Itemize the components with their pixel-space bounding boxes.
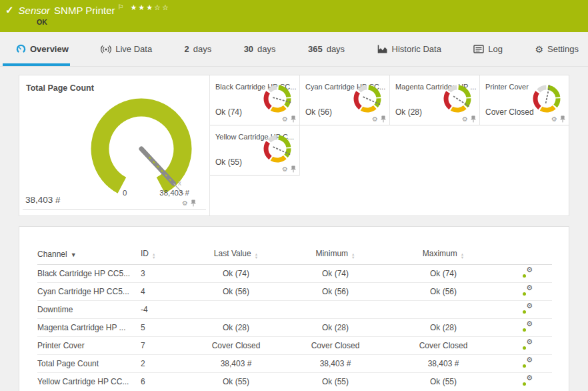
ok-check-icon: ✓	[5, 4, 14, 16]
tab-label: Settings	[547, 44, 579, 54]
tab-settings[interactable]: ⚙ Settings	[535, 32, 579, 66]
channel-link[interactable]: Downtime	[37, 305, 73, 314]
priority-stars[interactable]: ★★★☆☆	[131, 3, 170, 12]
tab-label: days	[193, 44, 211, 54]
sort-icon: ▲▼	[461, 253, 464, 259]
tab-2-days[interactable]: 2 days	[185, 32, 212, 66]
channel-maximum: 38,403 #	[394, 355, 493, 373]
needle-tip-marker: x	[178, 179, 181, 187]
gauge-settings-gear-icon[interactable]: ⚙	[462, 116, 468, 123]
channel-row: Yellow Cartridge HP CC... 6 Ok (55) Ok (…	[37, 373, 552, 391]
channel-id: 2	[141, 355, 195, 373]
channel-maximum: Ok (74)	[394, 265, 493, 283]
pin-icon[interactable]	[191, 200, 196, 207]
column-header-minimum[interactable]: Minimum▲▼	[277, 246, 394, 265]
channel-minimum: Ok (56)	[277, 283, 394, 301]
tab-number: 2	[185, 44, 189, 54]
channel-last-value: Ok (55)	[195, 373, 277, 391]
mini-gauge-grid: Black Cartridge HP CC... Ok (74) ⚙ Cyan …	[210, 75, 569, 216]
channel-minimum: Ok (28)	[277, 319, 394, 337]
mini-gauge-value: Ok (74)	[215, 107, 242, 117]
pin-icon[interactable]	[291, 165, 296, 173]
channel-maximum: Ok (28)	[394, 319, 493, 337]
channel-id: 3	[141, 265, 195, 283]
tab-label: days	[327, 44, 345, 54]
channel-settings-icon[interactable]: ⚙	[523, 358, 533, 368]
gauge-max-label: 38,403 #	[159, 189, 189, 197]
column-header-channel[interactable]: Channel▼	[37, 246, 141, 265]
channel-id: 4	[141, 283, 195, 301]
channel-last-value	[195, 301, 277, 319]
channel-link[interactable]: Total Page Count	[37, 359, 99, 368]
channel-last-value: 38,403 #	[195, 355, 277, 373]
tab-log[interactable]: Log	[473, 32, 503, 66]
channel-row: Black Cartridge HP CC5... 3 Ok (74) Ok (…	[37, 265, 552, 283]
channel-minimum: Ok (55)	[277, 373, 394, 391]
pin-icon[interactable]	[381, 115, 386, 123]
gauge-settings-gear-icon[interactable]: ⚙	[551, 116, 557, 123]
column-header-maximum[interactable]: Maximum▲▼	[394, 246, 493, 265]
tab-historic-data[interactable]: Historic Data	[377, 32, 441, 66]
channel-settings-icon[interactable]: ⚙	[523, 376, 533, 386]
channel-settings-icon[interactable]: ⚙	[523, 268, 533, 278]
channel-minimum: 38,403 #	[277, 355, 394, 373]
mini-gauge-dial	[261, 133, 293, 165]
channel-link[interactable]: Black Cartridge HP CC5...	[37, 269, 130, 278]
channel-settings-icon[interactable]: ⚙	[523, 304, 533, 314]
channel-link[interactable]: Magenta Cartridge HP ...	[37, 323, 126, 332]
channel-maximum: Ok (55)	[394, 373, 493, 391]
pin-icon[interactable]	[291, 115, 296, 123]
channel-row: Total Page Count 2 38,403 # 38,403 # 38,…	[37, 355, 552, 373]
mini-gauge-yellow-cartridge: Yellow Cartridge HP C... Ok (55) ⚙	[210, 125, 300, 175]
total-page-count-dial	[71, 89, 211, 197]
log-icon	[473, 45, 484, 53]
status-badge: OK	[37, 18, 581, 26]
tab-live-data[interactable]: Live Data	[101, 32, 152, 66]
gauge-settings-gear-icon[interactable]: ⚙	[282, 166, 288, 173]
channel-minimum: Ok (74)	[277, 265, 394, 283]
tab-365-days[interactable]: 365 days	[308, 32, 345, 66]
tab-label: Historic Data	[392, 44, 441, 54]
channel-link[interactable]: Cyan Cartridge HP CC5...	[37, 287, 129, 296]
chart-icon	[377, 44, 388, 54]
channel-link[interactable]: Printer Cover	[37, 341, 85, 350]
channel-row: Cyan Cartridge HP CC5... 4 Ok (56) Ok (5…	[37, 283, 552, 301]
channel-id: 5	[141, 319, 195, 337]
column-header-id[interactable]: ID▲▼	[141, 246, 195, 265]
sensor-header: ✓ Sensor SNMP Printer ⚐ ★★★☆☆ OK	[0, 0, 588, 32]
pin-icon[interactable]	[560, 115, 565, 123]
gauges-panel: Total Page Count x 0 38,403 # 38,403 # ⚙	[19, 75, 569, 216]
column-header-last-value[interactable]: Last Value▲▼	[195, 246, 277, 265]
channel-settings-icon[interactable]: ⚙	[523, 322, 533, 332]
mini-gauge-title: Printer Cover	[485, 83, 529, 91]
channel-id: 6	[141, 373, 195, 391]
tab-number: 30	[244, 44, 253, 54]
channel-last-value: Ok (74)	[195, 265, 277, 283]
channel-id: 7	[141, 337, 195, 355]
channel-settings-icon[interactable]: ⚙	[523, 340, 533, 350]
tab-bar: Overview Live Data 2 days 30 days 365 da…	[0, 32, 588, 67]
mini-gauge-value: Ok (28)	[395, 107, 422, 117]
mini-gauge-value: Ok (56)	[305, 107, 332, 117]
channels-panel: Channel▼ ID▲▼ Last Value▲▼ Minimum▲▼ Max…	[19, 226, 569, 391]
tab-30-days[interactable]: 30 days	[244, 32, 276, 66]
total-page-count-gauge: Total Page Count x 0 38,403 # 38,403 # ⚙	[19, 75, 210, 216]
channel-maximum: Ok (56)	[394, 283, 493, 301]
gauge-settings-gear-icon[interactable]: ⚙	[182, 200, 188, 207]
gauge-settings-gear-icon[interactable]: ⚙	[282, 116, 288, 123]
channel-settings-icon[interactable]: ⚙	[523, 286, 533, 296]
broadcast-icon	[101, 45, 111, 54]
divider	[23, 209, 206, 210]
tab-label: days	[257, 44, 275, 54]
mini-gauge-dial	[261, 83, 293, 115]
channel-last-value: Ok (56)	[195, 283, 277, 301]
tab-overview[interactable]: Overview	[16, 32, 69, 66]
mini-gauge-dial	[351, 83, 383, 115]
pause-flag-icon[interactable]: ⚐	[118, 3, 124, 11]
pin-icon[interactable]	[471, 115, 476, 123]
mini-gauge-dial	[531, 83, 563, 115]
gauge-settings-gear-icon[interactable]: ⚙	[372, 116, 378, 123]
mini-gauge-printer-cover: Printer Cover Cover Closed ⚙	[480, 75, 569, 125]
channel-link[interactable]: Yellow Cartridge HP CC...	[37, 377, 129, 386]
tab-label: Live Data	[115, 44, 152, 54]
